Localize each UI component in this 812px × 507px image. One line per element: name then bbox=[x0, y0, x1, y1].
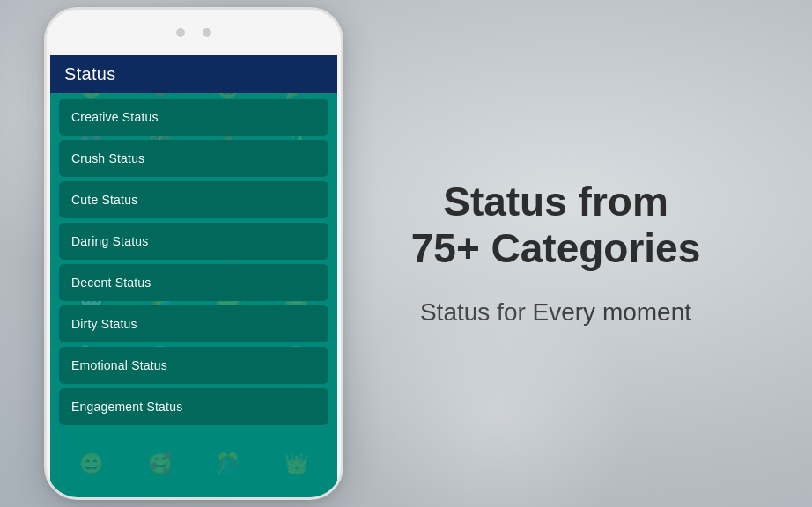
phone-mockup: 😊❤️😂🎉💕😍🔥✨💯👌😎🌟💪🎶😜👍💬🌈😇🤩💫😏🎵😘🌸💥🤣💃😄🥰🎊👑 Status… bbox=[44, 7, 343, 500]
list-item-label: Creative Status bbox=[71, 110, 159, 124]
list-item-label: Engagement Status bbox=[71, 400, 182, 414]
app-header: Status bbox=[50, 55, 337, 93]
list-item[interactable]: Creative Status bbox=[59, 99, 328, 136]
list-item-label: Dirty Status bbox=[71, 317, 137, 331]
phone-top-bar bbox=[47, 10, 341, 55]
list-item[interactable]: Engagement Status bbox=[59, 388, 328, 425]
list-item[interactable]: Emotional Status bbox=[59, 347, 328, 384]
list-item-label: Decent Status bbox=[71, 276, 151, 290]
app-title: Status bbox=[64, 64, 116, 84]
list-item-label: Crush Status bbox=[71, 151, 144, 165]
list-item[interactable]: Cute Status bbox=[59, 181, 328, 218]
list-item-label: Emotional Status bbox=[71, 358, 167, 372]
phone-screen: 😊❤️😂🎉💕😍🔥✨💯👌😎🌟💪🎶😜👍💬🌈😇🤩💫😏🎵😘🌸💥🤣💃😄🥰🎊👑 Status… bbox=[50, 55, 337, 497]
list-item[interactable]: Decent Status bbox=[59, 264, 328, 301]
camera-dot-right bbox=[203, 28, 211, 37]
camera-dot-left bbox=[176, 28, 185, 37]
list-item[interactable]: Daring Status bbox=[59, 223, 328, 260]
headline-text: Status from75+ Categories bbox=[411, 179, 701, 272]
list-item[interactable]: Crush Status bbox=[59, 140, 328, 177]
category-list: Creative StatusCrush StatusCute StatusDa… bbox=[50, 93, 337, 497]
list-item-label: Daring Status bbox=[71, 234, 148, 248]
right-content-area: Status from75+ Categories Status for Eve… bbox=[299, 143, 812, 364]
list-item[interactable]: Dirty Status bbox=[59, 305, 328, 342]
list-item-label: Cute Status bbox=[71, 193, 137, 207]
subheadline-text: Status for Every moment bbox=[420, 297, 691, 328]
